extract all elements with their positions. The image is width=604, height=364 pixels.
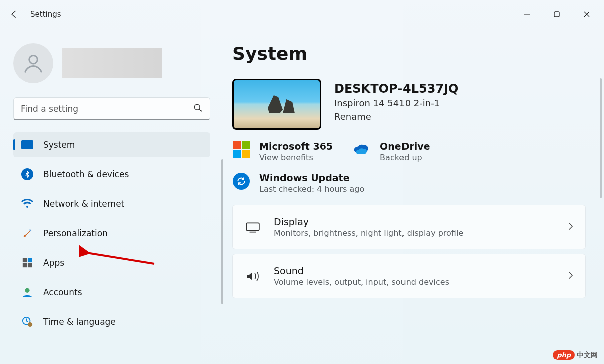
titlebar: Settings [0,0,604,28]
svg-point-13 [28,322,32,327]
card-sound[interactable]: Sound Volume levels, output, input, soun… [232,254,586,298]
sidebar-item-time-language[interactable]: Time & language [13,309,210,334]
tile-title: Windows Update [259,172,364,183]
device-name: DESKTOP-4L537JQ [334,82,459,96]
tiles-row: Microsoft 365 View benefits OneDrive Bac… [232,141,586,162]
sidebar-item-label: Time & language [43,317,116,327]
card-display[interactable]: Display Monitors, brightness, night ligh… [232,205,586,249]
svg-point-5 [194,104,200,110]
window-controls [512,2,602,26]
device-info: DESKTOP-4L537JQ Inspiron 14 5410 2-in-1 … [334,79,459,122]
system-icon [21,139,33,151]
clock-globe-icon [21,316,33,328]
svg-rect-1 [554,12,559,17]
sidebar-item-apps[interactable]: Apps [13,250,210,275]
display-icon [245,219,261,235]
main-scrollbar[interactable] [600,78,602,198]
card-title: Sound [274,265,555,276]
sidebar-item-label: Network & internet [43,199,124,209]
chevron-right-icon [568,222,573,232]
tile-title: OneDrive [380,141,430,152]
svg-rect-9 [23,263,27,267]
onedrive-icon [353,141,371,159]
sound-icon [245,268,261,284]
tile-sub: View benefits [259,153,333,162]
maximize-button[interactable] [542,2,572,26]
sidebar-item-label: Bluetooth & devices [43,169,129,179]
svg-point-11 [25,288,29,293]
nav: System Bluetooth & devices Network & int… [13,132,210,334]
sidebar-item-system[interactable]: System [13,132,210,157]
svg-rect-10 [28,263,32,267]
device-block: DESKTOP-4L537JQ Inspiron 14 5410 2-in-1 … [232,79,586,130]
paintbrush-icon [21,227,33,239]
sidebar-item-label: Personalization [43,228,108,238]
rename-link[interactable]: Rename [334,111,371,122]
app-title: Settings [30,10,61,19]
avatar [13,43,53,83]
tile-windows-update[interactable]: Windows Update Last checked: 4 hours ago [232,172,364,194]
svg-rect-14 [246,223,259,230]
watermark-badge: php [553,350,575,360]
sidebar-item-bluetooth[interactable]: Bluetooth & devices [13,162,210,187]
sidebar-item-label: Apps [43,258,64,268]
svg-point-4 [29,55,38,64]
settings-list: Display Monitors, brightness, night ligh… [232,205,586,298]
search-icon [193,103,203,114]
card-title: Display [274,216,555,227]
page-title: System [232,43,586,64]
windows-update-icon [232,172,250,190]
svg-rect-8 [28,258,32,262]
svg-rect-7 [23,258,27,262]
watermark: php 中文网 [553,350,598,360]
sidebar-item-accounts[interactable]: Accounts [13,280,210,305]
sidebar-item-network[interactable]: Network & internet [13,191,210,216]
search-box[interactable] [13,97,210,120]
wifi-icon [21,198,33,210]
profile-block[interactable] [13,28,210,95]
tile-sub: Backed up [380,153,430,162]
sidebar: System Bluetooth & devices Network & int… [0,28,223,364]
svg-line-6 [199,109,202,111]
chevron-right-icon [568,271,573,281]
sidebar-item-label: System [43,140,75,150]
search-input[interactable] [21,104,193,114]
apps-icon [21,257,33,269]
device-model: Inspiron 14 5410 2-in-1 [334,98,459,108]
card-sub: Monitors, brightness, night light, displ… [274,228,555,238]
close-button[interactable] [572,2,602,26]
card-sub: Volume levels, output, input, sound devi… [274,277,555,287]
sidebar-item-personalization[interactable]: Personalization [13,221,210,246]
tile-sub: Last checked: 4 hours ago [259,184,364,194]
back-button[interactable] [2,2,26,26]
accounts-icon [21,286,33,298]
main-content: System DESKTOP-4L537JQ Inspiron 14 5410 … [223,28,604,364]
watermark-text: 中文网 [577,351,598,360]
sidebar-item-label: Accounts [43,287,82,297]
tiles-row-2: Windows Update Last checked: 4 hours ago [232,172,586,194]
microsoft-logo-icon [232,141,250,159]
tile-title: Microsoft 365 [259,141,333,152]
profile-name-placeholder [62,48,162,78]
bluetooth-icon [21,168,33,180]
device-thumbnail[interactable] [232,79,321,130]
minimize-button[interactable] [512,2,542,26]
tile-microsoft365[interactable]: Microsoft 365 View benefits [232,141,333,162]
tile-onedrive[interactable]: OneDrive Backed up [353,141,430,162]
